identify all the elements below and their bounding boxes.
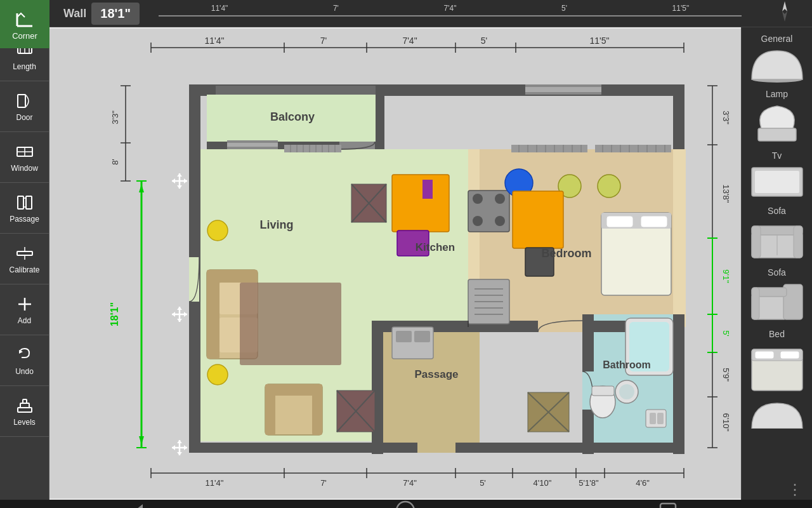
svg-rect-138 [538, 321, 582, 332]
bed-label: Bed [769, 329, 785, 339]
window-tool[interactable]: Window [0, 132, 49, 183]
svg-rect-164 [422, 180, 433, 199]
svg-rect-129 [582, 443, 684, 453]
add-tool[interactable]: Add [0, 284, 49, 335]
svg-text:5': 5' [480, 478, 486, 488]
svg-rect-243 [752, 288, 759, 319]
svg-rect-206 [595, 145, 671, 152]
undo-tool[interactable]: Undo [0, 335, 49, 386]
svg-rect-187 [641, 216, 667, 227]
furniture-tv[interactable]: Tv [745, 150, 809, 199]
undo-label: Undo [15, 367, 34, 376]
wall-measurement: 18'1" [91, 3, 140, 25]
svg-text:11'4": 11'4" [204, 36, 224, 46]
door-tool[interactable]: Door [0, 81, 49, 132]
general-label: General [761, 34, 793, 44]
svg-rect-112 [376, 84, 384, 148]
svg-rect-140 [417, 443, 455, 453]
more-button[interactable]: ⋮ [787, 481, 802, 498]
window-label: Window [11, 164, 38, 173]
svg-rect-247 [780, 351, 799, 359]
svg-text:Bedroom: Bedroom [541, 247, 591, 260]
door-label: Door [16, 113, 32, 122]
dim-top-3: 7'4" [444, 4, 457, 13]
svg-rect-182 [513, 191, 563, 248]
furniture-bed[interactable]: Bed [745, 329, 809, 394]
svg-text:3'3": 3'3" [721, 110, 731, 124]
svg-rect-12 [18, 196, 23, 209]
svg-point-169 [495, 216, 505, 226]
add-label: Add [18, 316, 31, 325]
svg-text:7': 7' [320, 36, 327, 46]
lamp-label: Lamp [766, 89, 788, 99]
svg-rect-24 [23, 399, 27, 403]
dim-top-5: 11'5" [672, 4, 690, 13]
dim-top-2: 7' [333, 4, 339, 13]
corner-label: Corner [12, 31, 37, 41]
dim-top-4: 5' [561, 4, 567, 13]
furniture-head[interactable] [745, 400, 809, 429]
svg-rect-234 [755, 171, 799, 193]
svg-text:3'3": 3'3" [110, 110, 120, 124]
svg-text:18'1": 18'1" [109, 302, 120, 326]
svg-point-166 [473, 194, 483, 204]
furniture-general[interactable]: General [745, 34, 809, 83]
svg-rect-128 [673, 314, 684, 454]
passage-label: Passage [10, 215, 39, 224]
svg-rect-186 [606, 216, 633, 227]
recents-button[interactable] [643, 501, 693, 509]
svg-rect-162 [392, 175, 449, 232]
svg-rect-246 [755, 351, 774, 359]
left-sidebar: Length Door Window [0, 27, 49, 500]
svg-text:13'8": 13'8" [721, 185, 731, 203]
home-button[interactable] [381, 500, 431, 508]
floor-plan-svg: 11'4" 7' 7'4" 5' 11'5" 3'3" 8' 18'1" [49, 27, 741, 500]
svg-point-220 [619, 384, 634, 399]
svg-text:Kitchen: Kitchen [416, 241, 455, 253]
svg-point-168 [473, 216, 483, 226]
svg-rect-148 [265, 384, 275, 435]
svg-rect-135 [525, 92, 601, 95]
canvas-area[interactable]: 11'4" 7' 7'4" 5' 11'5" 3'3" 8' 18'1" [49, 27, 741, 500]
passage-tool[interactable]: Passage [0, 183, 49, 234]
svg-rect-149 [312, 384, 322, 435]
svg-rect-150 [240, 283, 341, 365]
svg-text:7': 7' [320, 478, 327, 488]
svg-text:9'1": 9'1" [721, 269, 731, 283]
svg-rect-178 [414, 331, 430, 342]
calibrate-tool[interactable]: Calibrate [0, 234, 49, 284]
right-sidebar: General Lamp Tv Sofa [741, 27, 812, 500]
svg-text:11'4": 11'4" [206, 478, 224, 488]
corner-tool[interactable]: Corner [0, 0, 49, 48]
svg-rect-8 [18, 95, 25, 107]
svg-rect-16 [17, 251, 32, 255]
svg-marker-3 [782, 11, 787, 22]
sofa2-label: Sofa [768, 267, 786, 277]
furniture-lamp[interactable]: Lamp [745, 89, 809, 144]
svg-text:Bathroom: Bathroom [603, 359, 651, 370]
dim-top-1: 11'4" [211, 4, 228, 13]
svg-text:7'4": 7'4" [402, 36, 417, 46]
svg-rect-237 [752, 226, 761, 258]
svg-text:5'9": 5'9" [721, 368, 731, 382]
svg-rect-177 [396, 331, 412, 342]
svg-rect-223 [657, 413, 664, 424]
svg-rect-124 [372, 321, 383, 454]
svg-text:11'5": 11'5" [589, 36, 609, 46]
svg-rect-188 [284, 145, 341, 152]
svg-text:4'6": 4'6" [636, 478, 650, 488]
furniture-sofa-1[interactable]: Sofa [745, 206, 809, 261]
svg-rect-134 [525, 84, 601, 87]
svg-rect-131 [227, 140, 278, 143]
svg-rect-143 [207, 270, 219, 359]
levels-tool[interactable]: Levels [0, 386, 49, 437]
bottom-bar: ⋮ [0, 500, 812, 508]
sofa1-label: Sofa [768, 206, 786, 216]
svg-point-181 [598, 175, 620, 197]
back-button[interactable] [119, 502, 169, 509]
svg-text:4'10": 4'10" [534, 478, 552, 488]
tv-label: Tv [772, 150, 782, 161]
furniture-sofa-2[interactable]: Sofa [745, 267, 809, 323]
svg-text:Passage: Passage [415, 368, 459, 380]
svg-text:5': 5' [721, 330, 731, 337]
